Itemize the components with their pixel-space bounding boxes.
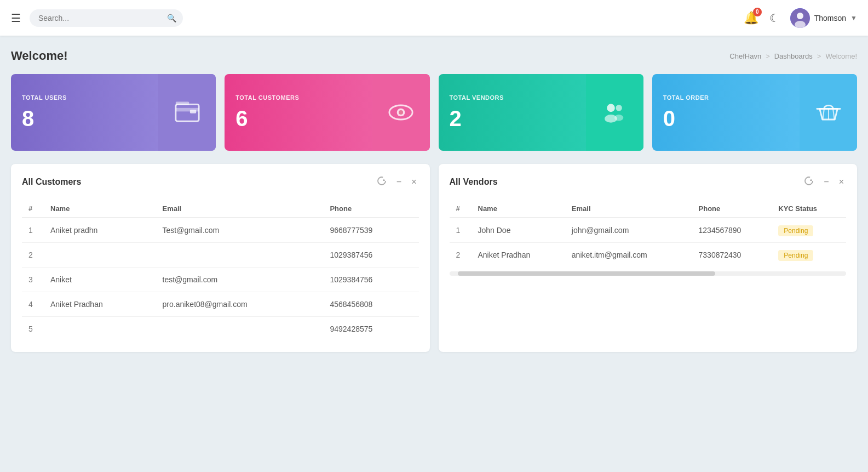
cell-email: pro.aniket08@gmail.com	[156, 292, 324, 317]
stat-cards: TOTAL USERS 8 TOTAL CUSTOMERS 6	[11, 74, 857, 151]
stat-card-customers: TOTAL CUSTOMERS 6	[225, 74, 429, 151]
customers-panel-header: All Customers − ×	[22, 175, 419, 189]
customers-panel-actions: − ×	[375, 175, 419, 189]
tables-row: All Customers − × # Name	[11, 164, 857, 352]
user-name: Thomson	[814, 14, 846, 22]
cell-num: 1	[450, 218, 472, 243]
chevron-down-icon: ▼	[850, 14, 857, 22]
table-row: 1 Aniket pradhn Test@gmail.com 966877753…	[22, 218, 419, 243]
vendors-scrollbar[interactable]	[450, 271, 847, 276]
vendors-minimize-button[interactable]: −	[821, 176, 831, 188]
cell-name: Aniket	[44, 268, 156, 292]
vendors-panel-header: All Vendors − ×	[450, 175, 847, 189]
stat-card-orders: TOTAL ORDER 0	[652, 74, 857, 151]
cell-num: 3	[22, 268, 44, 292]
vendors-close-button[interactable]: ×	[837, 176, 846, 188]
stat-card-vendors-left: TOTAL VENDORS 2	[439, 74, 586, 151]
vendors-panel-title: All Vendors	[450, 177, 498, 187]
svg-marker-18	[383, 179, 385, 181]
notification-bell[interactable]: 🔔 0	[744, 11, 758, 25]
col-name: Name	[44, 200, 156, 218]
theme-toggle-icon[interactable]: ☾	[769, 12, 779, 25]
svg-point-13	[614, 115, 623, 121]
vcol-phone: Phone	[692, 200, 772, 218]
cell-phone: 4568456808	[323, 292, 418, 317]
vendors-table-scroll[interactable]: # Name Email Phone KYC Status 1 John Doe…	[450, 200, 847, 276]
cell-name: Aniket Pradhan	[472, 243, 565, 268]
svg-rect-6	[176, 102, 189, 106]
col-num: #	[22, 200, 44, 218]
svg-point-10	[607, 104, 615, 112]
customers-panel: All Customers − × # Name	[11, 164, 430, 352]
breadcrumb-current: Welcome!	[825, 52, 857, 60]
customers-table-header-row: # Name Email Phone	[22, 200, 419, 218]
cell-name: John Doe	[472, 218, 565, 243]
vcol-num: #	[450, 200, 472, 218]
stat-card-orders-icon	[800, 74, 857, 151]
cell-num: 2	[22, 243, 44, 268]
stat-card-vendors: TOTAL VENDORS 2	[439, 74, 643, 151]
svg-point-1	[797, 13, 803, 19]
cell-name: Aniket pradhn	[44, 218, 156, 243]
cell-email	[156, 317, 324, 342]
cell-phone: 9492428575	[323, 317, 418, 342]
cell-num: 1	[22, 218, 44, 243]
cell-phone: 7330872430	[692, 243, 772, 268]
cell-kyc: Pending	[772, 218, 846, 243]
svg-marker-20	[810, 179, 812, 181]
stat-card-users: TOTAL USERS 8	[11, 74, 216, 151]
table-row: 5 9492428575	[22, 317, 419, 342]
cell-phone: 1029384756	[323, 268, 418, 292]
stat-card-orders-left: TOTAL ORDER 0	[652, 74, 800, 151]
header-right: 🔔 0 ☾ Thomson ▼	[744, 8, 857, 28]
search-wrapper: 🔍	[30, 9, 183, 27]
svg-line-14	[823, 109, 824, 120]
stat-card-vendors-icon	[586, 74, 643, 151]
table-row: 2 1029387456	[22, 243, 419, 268]
cell-name	[44, 317, 156, 342]
notification-badge: 0	[753, 8, 762, 16]
refresh-icon	[377, 176, 387, 186]
customers-close-button[interactable]: ×	[409, 176, 418, 188]
stat-card-users-icon	[158, 74, 216, 151]
stat-card-users-left: TOTAL USERS 8	[11, 74, 158, 151]
stat-card-customers-value: 6	[235, 106, 361, 131]
customers-table-head: # Name Email Phone	[22, 200, 419, 218]
cell-num: 2	[450, 243, 472, 268]
vcol-name: Name	[472, 200, 565, 218]
cell-email: Test@gmail.com	[156, 218, 324, 243]
breadcrumb-root: ChefHavn	[729, 52, 761, 60]
customers-refresh-button[interactable]	[375, 175, 389, 189]
search-input[interactable]	[30, 9, 183, 27]
page-title: Welcome!	[11, 49, 68, 63]
vendors-table-body: 1 John Doe john@gmail.com 1234567890 Pen…	[450, 218, 847, 267]
stat-card-orders-label: TOTAL ORDER	[663, 94, 789, 101]
customers-minimize-button[interactable]: −	[394, 176, 404, 188]
vendors-refresh-button[interactable]	[802, 175, 816, 189]
svg-point-9	[399, 110, 403, 115]
status-badge: Pending	[778, 250, 813, 261]
vcol-kyc: KYC Status	[772, 200, 846, 218]
customers-panel-title: All Customers	[22, 177, 81, 187]
stat-card-vendors-label: TOTAL VENDORS	[450, 94, 575, 101]
cell-email	[156, 243, 324, 268]
cell-name	[44, 243, 156, 268]
cell-kyc: Pending	[772, 243, 846, 268]
table-row: 4 Aniket Pradhan pro.aniket08@gmail.com …	[22, 292, 419, 317]
vendors-scrollbar-thumb	[458, 271, 716, 276]
cell-num: 5	[22, 317, 44, 342]
refresh-icon-vendors	[804, 176, 814, 186]
stat-card-customers-left: TOTAL CUSTOMERS 6	[225, 74, 372, 151]
user-profile[interactable]: Thomson ▼	[790, 8, 857, 28]
main-content: Welcome! ChefHavn > Dashboards > Welcome…	[0, 36, 868, 365]
table-row: 3 Aniket test@gmail.com 1029384756	[22, 268, 419, 292]
search-icon: 🔍	[167, 14, 176, 22]
col-email: Email	[156, 200, 324, 218]
cell-email: test@gmail.com	[156, 268, 324, 292]
vendors-panel: All Vendors − × #	[439, 164, 858, 352]
stat-card-customers-icon	[372, 74, 430, 151]
hamburger-icon[interactable]: ☰	[11, 12, 21, 25]
cell-num: 4	[22, 292, 44, 317]
status-badge: Pending	[778, 225, 813, 236]
breadcrumb: ChefHavn > Dashboards > Welcome!	[729, 52, 857, 60]
